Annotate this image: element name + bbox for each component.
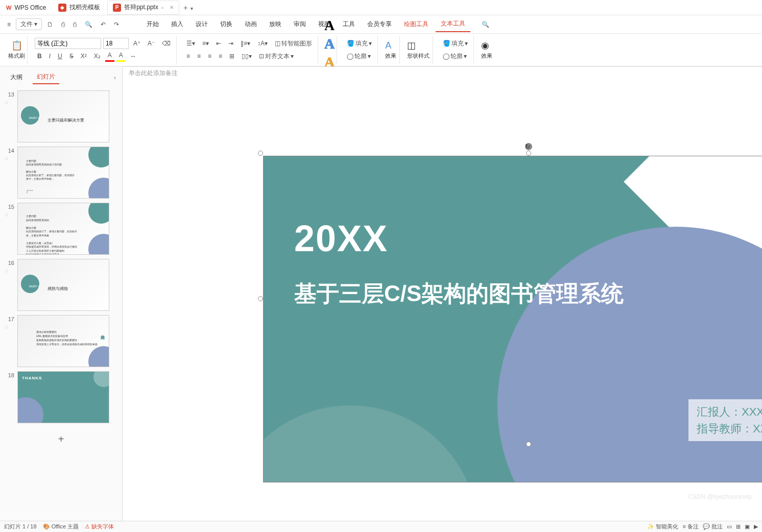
view-normal-icon[interactable]: ▭ <box>727 523 732 530</box>
star-icon[interactable]: ☆ <box>4 156 14 161</box>
menu-tools[interactable]: 工具 <box>338 17 360 32</box>
save-as-icon[interactable]: ⎙ <box>58 19 68 30</box>
dropdown-icon[interactable]: ▫ <box>161 4 163 11</box>
slide-year-text[interactable]: 20XX <box>294 217 388 259</box>
undo-icon[interactable]: ↶ <box>98 19 109 30</box>
menu-drawing-tools[interactable]: 绘图工具 <box>399 17 434 32</box>
resize-handle-w[interactable] <box>258 296 263 301</box>
view-reading-icon[interactable]: ▣ <box>745 523 750 530</box>
format-painter-icon[interactable]: 📋 <box>11 40 22 51</box>
text-outline-button[interactable]: ◯ 轮廓▾ <box>344 51 373 62</box>
shape-outline-button[interactable]: ◯ 轮廓▾ <box>440 51 469 62</box>
bold-button[interactable]: B <box>35 51 44 61</box>
thumbnail-item[interactable]: 16☆ PART 4 感想与感悟 <box>4 259 118 311</box>
thumbnail-item[interactable]: 13☆ PART 3 主要问题和解决方案 <box>4 90 118 142</box>
file-menu-button[interactable]: 文件 ▾ <box>16 18 42 30</box>
align-left-button[interactable]: ≡ <box>184 51 193 61</box>
format-painter-label[interactable]: 格式刷 <box>8 52 25 60</box>
menu-vip[interactable]: 会员专享 <box>362 17 397 32</box>
menu-slideshow[interactable]: 放映 <box>264 17 287 32</box>
thumbnail-item[interactable]: 17☆ 感想与体会 需求分析的重要性UML 建模技术的实践与应用架构风格的选取对… <box>4 315 118 367</box>
resize-handle-n[interactable] <box>526 151 531 156</box>
thumbnail-13[interactable]: PART 3 主要问题和解决方案 <box>17 90 109 142</box>
add-tab-button[interactable]: + ▾ <box>179 4 197 12</box>
save-icon[interactable]: 🗋 <box>44 19 56 30</box>
text-direction-button[interactable]: ↕A▾ <box>255 38 270 49</box>
slide-title-text[interactable]: 基于三层C/S架构的图书管理系统 <box>294 279 624 309</box>
print-icon[interactable]: ⎙ <box>70 19 80 30</box>
collapse-panel-icon[interactable]: ‹ <box>114 74 116 81</box>
missing-font-warning[interactable]: ⚠ 缺失字体 <box>85 523 114 530</box>
menu-text-tools[interactable]: 文本工具 <box>436 16 470 32</box>
highlight-button[interactable]: A <box>116 50 126 62</box>
menu-review[interactable]: 审阅 <box>289 17 311 32</box>
theme-label[interactable]: 🎨 Office 主题 <box>43 523 79 530</box>
align-right-button[interactable]: ≡ <box>205 51 214 61</box>
slides-tab[interactable]: 幻灯片 <box>33 70 59 84</box>
slide-position-label[interactable]: 幻灯片 1 / 18 <box>4 523 37 530</box>
text-fill-button[interactable]: 🪣 填充▾ <box>344 38 374 50</box>
thumbnail-item[interactable]: 18 THANKS <box>4 371 118 423</box>
menu-transition[interactable]: 切换 <box>215 17 237 32</box>
thumbnail-item[interactable]: 14☆ 主要问题如何发现现有系统的设计等问题解决方案此前系统分析了，发现主要问题… <box>4 147 118 199</box>
menu-insert[interactable]: 插入 <box>166 17 188 32</box>
shape-style-icon[interactable]: ◫ <box>407 40 430 51</box>
slide-content[interactable]: 20XX 基于三层C/S架构的图书管理系统 汇报人：XXX 指导教师：XXX <box>263 156 762 482</box>
char-spacing-button[interactable]: ↔ <box>128 51 139 61</box>
comments-toggle[interactable]: 💬 批注 <box>703 523 723 530</box>
file-tab[interactable]: P 答辩ppt.pptx ▫ ✕ <box>107 1 179 15</box>
shape-effects-icon[interactable]: ◉ <box>481 40 492 51</box>
redo-icon[interactable]: ↷ <box>111 19 122 30</box>
thumbnail-14[interactable]: 主要问题如何发现现有系统的设计等问题解决方案此前系统分析了，发现主要问题，在后期… <box>17 147 109 199</box>
columns-button[interactable]: ▯▯▾ <box>239 51 254 61</box>
font-size-select[interactable] <box>103 38 129 49</box>
close-tab-icon[interactable]: ✕ <box>170 5 174 10</box>
font-name-select[interactable] <box>35 38 101 49</box>
increase-indent-button[interactable]: ⇥ <box>226 38 236 49</box>
star-icon[interactable]: ☆ <box>4 324 14 330</box>
strikethrough-button[interactable]: S̶ <box>67 51 76 61</box>
add-slide-button[interactable]: + <box>4 427 118 451</box>
text-effects-icon[interactable]: A <box>385 40 396 51</box>
text-effects-label[interactable]: 效果 <box>385 52 396 60</box>
resize-handle-nw[interactable] <box>258 151 263 156</box>
align-justify-button[interactable]: ≡ <box>216 51 225 61</box>
font-color-button[interactable]: A <box>105 50 114 62</box>
slide-canvas[interactable]: 20XX 基于三层C/S架构的图书管理系统 汇报人：XXX 指导教师：XXX ↻… <box>123 66 762 521</box>
decrease-indent-button[interactable]: ⇤ <box>213 38 224 49</box>
superscript-button[interactable]: X² <box>78 51 89 61</box>
decrease-font-icon[interactable]: A⁻ <box>145 38 157 49</box>
outline-tab[interactable]: 大纲 <box>6 71 27 84</box>
thumbnail-18[interactable]: THANKS <box>17 371 109 423</box>
notes-toggle[interactable]: ≡ 备注 <box>682 523 698 530</box>
view-sorter-icon[interactable]: ⊞ <box>736 523 741 530</box>
thumbnail-15[interactable]: 主要问题如何发现现有系统的解决方案此前系统的设计了，发现主要问题，此前的开发，主… <box>17 203 109 255</box>
align-text-button[interactable]: ⊡ 对齐文本▾ <box>256 51 296 62</box>
star-icon[interactable]: ☆ <box>4 100 14 105</box>
rotate-handle[interactable]: ↻ <box>525 143 532 150</box>
shape-style-label[interactable]: 形状样式 <box>407 52 430 60</box>
wordart-style-2[interactable]: A <box>324 36 335 52</box>
shape-fill-button[interactable]: 🪣 填充▾ <box>440 38 470 50</box>
increase-font-icon[interactable]: A⁺ <box>131 38 143 49</box>
shape-effects-label[interactable]: 效果 <box>481 52 492 60</box>
thumbnail-17[interactable]: 感想与体会 需求分析的重要性UML 建模技术的实践与应用架构风格的选取对项目实现… <box>17 315 109 367</box>
smart-graphic-button[interactable]: ◫ 转智能图形 <box>272 38 315 50</box>
distribute-button[interactable]: ⊞ <box>227 51 237 61</box>
search-icon[interactable]: 🔍 <box>479 19 492 30</box>
wordart-style-1[interactable]: A <box>324 17 335 34</box>
thumbnail-item[interactable]: 15☆ 主要问题如何发现现有系统的解决方案此前系统的设计了，发现主要问题，此前的… <box>4 203 118 255</box>
menu-animation[interactable]: 动画 <box>240 17 262 32</box>
thumbnail-16[interactable]: PART 4 感想与感悟 <box>17 259 109 311</box>
subscript-button[interactable]: X₂ <box>91 51 103 61</box>
slide-info-box[interactable]: 汇报人：XXX 指导教师：XXX <box>688 399 762 441</box>
thumbnails-list[interactable]: 13☆ PART 3 主要问题和解决方案 14☆ 主要问题如何发现现有系统的设计… <box>0 88 122 521</box>
underline-button[interactable]: U <box>55 51 65 61</box>
align-center-button[interactable]: ≡ <box>195 51 203 61</box>
docer-tab[interactable]: ◆ 找稻壳模板 <box>52 0 106 15</box>
menu-start[interactable]: 开始 <box>141 17 164 32</box>
beautify-button[interactable]: ✨ 智能美化 <box>647 523 678 530</box>
print-preview-icon[interactable]: 🔍 <box>82 19 96 30</box>
chevron-down-icon[interactable]: ▾ <box>190 6 193 11</box>
app-home-tab[interactable]: W WPS Office <box>0 0 52 15</box>
